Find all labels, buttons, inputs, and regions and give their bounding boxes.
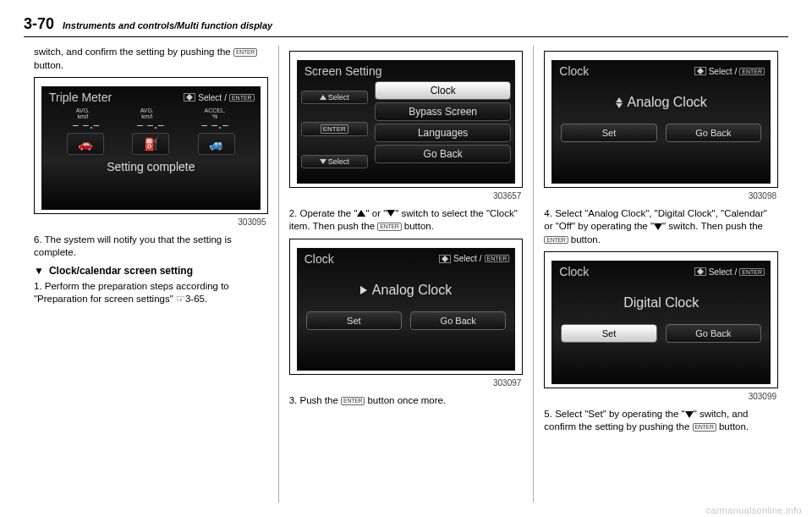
slash: /	[735, 67, 738, 76]
enter-box: ENTER	[321, 124, 348, 134]
screenshot-clock-analog-2: Clock Select / ENTER Analog Clock Se	[544, 51, 778, 188]
dash-value: – –․–	[137, 119, 164, 131]
enter-icon: ENTER	[341, 397, 365, 405]
slash: /	[480, 254, 482, 263]
screen-title: Clock	[304, 252, 334, 266]
menu-item-bypass[interactable]: Bypass Screen	[375, 102, 511, 121]
c1-para-2: 6. The system will notify you that the s…	[34, 234, 268, 260]
enter-box: ENTER	[739, 268, 765, 276]
enter-button[interactable]: ENTER	[301, 122, 368, 136]
text: " switch. Then push the	[662, 221, 763, 231]
label: AVG.	[140, 107, 154, 113]
enter-box: ENTER	[229, 94, 255, 102]
goback-button[interactable]: Go Back	[666, 324, 761, 343]
select-label: Select	[709, 67, 732, 76]
slash: /	[224, 93, 227, 102]
column-2: Screen Setting Select ENTER Select Clock…	[278, 46, 534, 503]
enter-icon: ENTER	[233, 48, 257, 57]
header-rule	[24, 36, 788, 37]
column-1: switch, and confirm the setting by pushi…	[24, 46, 278, 503]
center-label: Analog Clock	[628, 95, 707, 110]
screen-title: Clock	[559, 64, 589, 78]
menu-item-languages[interactable]: Languages	[375, 124, 511, 142]
goback-button[interactable]: Go Back	[666, 124, 761, 142]
set-button[interactable]: Set	[306, 311, 402, 330]
screenshot-screen-setting: Screen Setting Select ENTER Select Clock…	[289, 51, 524, 188]
updown-icon	[694, 67, 706, 75]
c2-para-2: 3. Push the ENTER button once more.	[289, 394, 524, 408]
updown-icon	[694, 267, 706, 276]
fuel-icon: ⛽	[132, 133, 169, 155]
screenshot-triple-meter: Triple Meter Select / ENTER AVG.km/l AVG…	[34, 77, 268, 214]
screen-title: Screen Setting	[304, 64, 382, 78]
label: AVG.	[76, 107, 90, 113]
down-select-button[interactable]: Select	[301, 155, 368, 168]
label: %	[212, 113, 217, 119]
text: 5. Select "Set" by operating the "	[544, 409, 684, 419]
select-label: Select	[709, 267, 732, 277]
text: switch, and confirm the setting by pushi…	[34, 47, 233, 57]
updown-icon	[184, 93, 195, 102]
down-triangle-icon	[387, 210, 395, 217]
menu-item-goback[interactable]: Go Back	[375, 145, 511, 163]
image-number: 303098	[544, 191, 776, 201]
enter-icon: ENTER	[544, 236, 568, 245]
text: 3. Push the	[289, 395, 341, 405]
c3-para-2: 5. Select "Set" by operating the "" swit…	[544, 408, 778, 434]
label: km/l	[141, 113, 152, 119]
label: km/l	[78, 113, 89, 119]
label: ACCEL.	[205, 107, 226, 113]
slash: /	[735, 267, 738, 277]
screenshot-clock-digital: Clock Select / ENTER Digital Clock Set	[544, 251, 778, 388]
car-accel-icon: 🚙	[198, 133, 235, 155]
enter-icon: ENTER	[377, 223, 401, 231]
menu-item-clock[interactable]: Clock	[375, 81, 511, 100]
enter-icon: ENTER	[693, 423, 716, 432]
up-select-button[interactable]: Select	[301, 91, 368, 104]
center-label: Digital Clock	[623, 295, 699, 311]
text: button.	[716, 421, 749, 432]
updown-icon	[439, 255, 451, 263]
c1-para-3: 1. Perform the preparation steps accord­…	[34, 280, 268, 306]
enter-box: ENTER	[485, 255, 510, 262]
image-number: 303099	[544, 392, 776, 401]
image-number: 303657	[289, 191, 522, 201]
down-triangle-icon	[654, 223, 662, 230]
column-3: Clock Select / ENTER Analog Clock Se	[533, 46, 788, 503]
goback-button[interactable]: Go Back	[410, 311, 506, 330]
screen-title: Clock	[559, 265, 589, 278]
c1-para-1: switch, and confirm the setting by pushi…	[34, 46, 268, 72]
subsection-label: Clock/calendar screen setting	[49, 265, 193, 277]
car-icon: 🚗	[67, 133, 104, 155]
right-triangle-icon	[360, 286, 367, 294]
image-number: 303097	[289, 378, 522, 388]
dash-value: – –․–	[201, 119, 228, 131]
screen-title: Triple Meter	[49, 91, 112, 104]
select-label: Select	[198, 93, 222, 102]
triangle-icon: ▼	[34, 265, 44, 277]
down-triangle-icon	[685, 411, 694, 418]
text: button.	[34, 60, 63, 70]
label: Select	[328, 93, 349, 102]
up-triangle-icon	[357, 210, 365, 217]
section-title: Instruments and controls/Multi function …	[63, 20, 272, 30]
page-number: 3-70	[24, 15, 54, 33]
image-number: 303095	[34, 217, 266, 227]
enter-box: ENTER	[739, 68, 765, 75]
updown-icon	[616, 97, 623, 108]
screenshot-clock-analog-1: Clock Select / ENTER Analog Clock Se	[289, 239, 524, 376]
label: Select	[328, 157, 349, 166]
center-label: Analog Clock	[372, 283, 452, 298]
text: button.	[402, 221, 434, 231]
text: button once more.	[365, 395, 446, 405]
text: button.	[568, 234, 601, 245]
set-button[interactable]: Set	[561, 124, 656, 142]
dash-value: – –․–	[73, 119, 100, 131]
text: " or "	[365, 208, 387, 218]
set-button[interactable]: Set	[561, 324, 656, 343]
c3-para-1: 4. Select "Analog Clock", "Digital Clock…	[544, 207, 778, 247]
subsection-heading: ▼ Clock/calendar screen setting	[34, 265, 268, 277]
select-label: Select	[453, 254, 477, 263]
c2-para-1: 2. Operate the "" or "" switch to select…	[289, 207, 524, 234]
text: 2. Operate the "	[289, 208, 358, 218]
